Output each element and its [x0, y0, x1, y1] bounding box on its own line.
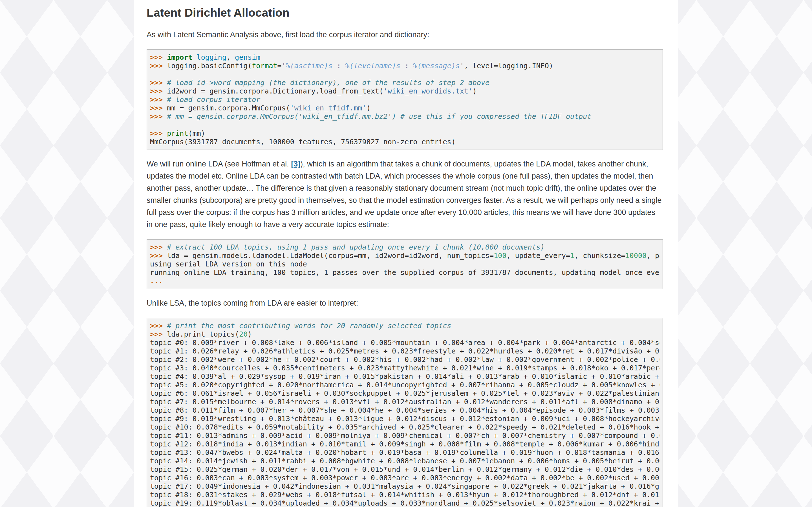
code-line: >>> logging.basicConfig(format='%(asctim… [150, 62, 660, 70]
code-line: >>> # load id->word mapping (the diction… [150, 78, 660, 87]
online-lda-paragraph: We will run online LDA (see Hoffman et a… [147, 158, 663, 231]
content-column: Latent Dirichlet Allocation As with Late… [134, 0, 678, 507]
interpret-paragraph: Unlike LSA, the topics coming from LDA a… [147, 297, 663, 309]
intro-paragraph: As with Latent Semantic Analysis above, … [147, 29, 663, 41]
code-line: topic #17: 0.049*indonesia + 0.042*indon… [150, 482, 660, 491]
code-line: topic #15: 0.025*german + 0.020*der + 0.… [150, 465, 660, 474]
online-lda-text-before: We will run online LDA (see Hoffman et a… [147, 160, 291, 168]
code-block-setup: >>> import logging, gensim>>> logging.ba… [147, 49, 663, 150]
code-line: running online LDA training, 100 topics,… [150, 269, 660, 277]
code-line: >>> id2word = gensim.corpora.Dictionary.… [150, 87, 660, 96]
code-line: >>> # extract 100 LDA topics, using 1 pa… [150, 243, 660, 251]
code-line: topic #11: 0.013*admins + 0.009*acid + 0… [150, 432, 660, 440]
code-line: topic #16: 0.003*can + 0.003*system + 0.… [150, 474, 660, 482]
code-line: topic #14: 0.014*jewish + 0.011*rabbi + … [150, 457, 660, 465]
code-line: topic #5: 0.020*copyrighted + 0.020*nort… [150, 381, 660, 389]
code-line: topic #8: 0.011*film + 0.007*her + 0.007… [150, 406, 660, 414]
code-line: >>> # load corpus iterator [150, 96, 660, 104]
code-line: topic #10: 0.078*edits + 0.059*notabilit… [150, 423, 660, 432]
code-line: ... [150, 277, 660, 285]
code-line: MmCorpus(3931787 documents, 100000 featu… [150, 138, 660, 146]
code-line: >>> # print the most contributing words … [150, 322, 660, 330]
code-line: topic #13: 0.047*bwebs + 0.024*malta + 0… [150, 448, 660, 457]
code-line [150, 121, 660, 129]
code-line: topic #12: 0.018*india + 0.013*indian + … [150, 440, 660, 448]
code-line: >>> print(mm) [150, 129, 660, 138]
code-line: topic #9: 0.019*wrestling + 0.013*châtea… [150, 414, 660, 423]
code-line: using serial LDA version on this node [150, 260, 660, 269]
code-line: >>> import logging, gensim [150, 53, 660, 62]
code-line: >>> mm = gensim.corpora.MmCorpus('wiki_e… [150, 104, 660, 112]
online-lda-text-after: ), which is an algorithm that takes a ch… [147, 160, 661, 229]
code-line: topic #3: 0.040*courcelles + 0.035*centi… [150, 364, 660, 372]
code-block-lda-training: >>> # extract 100 LDA topics, using 1 pa… [147, 239, 663, 289]
code-line: >>> lda.print_topics(20) [150, 330, 660, 339]
code-line: topic #4: 0.039*al + 0.029*sysop + 0.019… [150, 372, 660, 381]
code-line: topic #7: 0.015*melbourne + 0.014*rovers… [150, 398, 660, 406]
code-line: topic #0: 0.009*river + 0.008*lake + 0.0… [150, 339, 660, 347]
page-background: { "page_title": "Latent Dirichlet Alloca… [0, 0, 812, 507]
code-line: >>> # mm = gensim.corpora.MmCorpus('wiki… [150, 112, 660, 121]
code-line: >>> lda = gensim.models.ldamodel.LdaMode… [150, 251, 660, 260]
code-line: topic #19: 0.119*oblast + 0.034*uploaded… [150, 499, 660, 507]
code-block-print-topics: >>> # print the most contributing words … [147, 318, 663, 507]
code-line: topic #2: 0.002*were + 0.002*he + 0.002*… [150, 355, 660, 364]
page-title: Latent Dirichlet Allocation [147, 6, 663, 19]
code-line: topic #6: 0.061*israel + 0.056*israeli +… [150, 389, 660, 398]
reference-link-3[interactable]: [3] [291, 160, 300, 168]
code-line: topic #1: 0.026*relay + 0.026*athletics … [150, 347, 660, 355]
code-line: topic #18: 0.031*stakes + 0.029*webs + 0… [150, 491, 660, 499]
code-line [150, 70, 660, 78]
